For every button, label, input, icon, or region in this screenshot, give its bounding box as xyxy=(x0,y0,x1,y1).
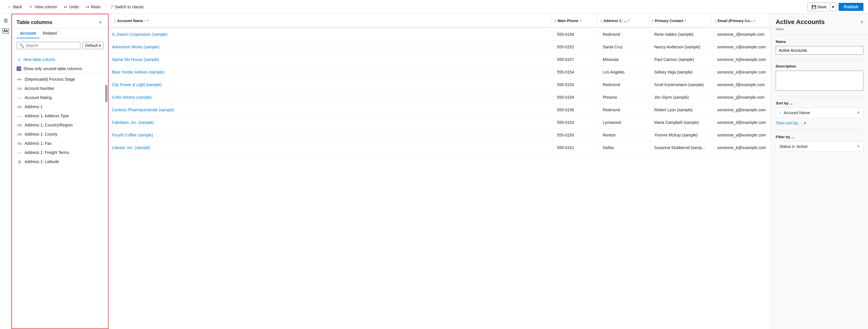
name-input[interactable] xyxy=(776,46,863,55)
list-item[interactable]: — Account Rating xyxy=(12,93,108,102)
scroll-indicator xyxy=(105,85,107,102)
redo-button[interactable]: ↪ Redo xyxy=(83,3,103,11)
col-sep-icon: | xyxy=(715,19,716,23)
account-cell[interactable]: Contoso Pharmaceuticals (sample) xyxy=(108,105,554,115)
search-input[interactable] xyxy=(26,43,78,48)
plus-icon: ＋ xyxy=(29,4,33,9)
filter-item: Status is 'Active' × xyxy=(776,141,863,152)
contact-cell: Susanna Stubberod (samp... xyxy=(651,142,714,153)
then-sort-button[interactable]: Then sort by ... ▾ xyxy=(776,121,806,125)
col-header-label: Email (Primary Co... xyxy=(718,19,753,23)
default-dropdown[interactable]: Default ▾ xyxy=(83,42,103,49)
column-header[interactable]: | Address 1: ... ▾ xyxy=(597,14,649,27)
toolbar-right: 💾 Save ▾ Publish xyxy=(807,2,863,11)
panel-title: Table columns xyxy=(17,20,52,25)
phone-cell: 555-0151 xyxy=(554,142,599,153)
col-label: Account Number xyxy=(25,86,54,91)
column-header[interactable]: | Email (Primary Co... ▾ xyxy=(711,14,769,27)
contact-cell: Paul Cannon (sample) xyxy=(651,54,714,65)
sort-remove-button[interactable]: × xyxy=(857,110,860,115)
table-row[interactable]: Coho Winery (sample) 555-0159 Phoenix Ji… xyxy=(108,91,771,104)
props-name-section: Name xyxy=(771,35,868,59)
list-item[interactable]: — Address 1: Freight Terms xyxy=(12,148,108,157)
hamburger-icon: ☰ xyxy=(4,18,8,24)
account-cell[interactable]: Fabrikam, Inc. (sample) xyxy=(108,117,554,128)
table-row[interactable]: Adventure Works (sample) 555-0152 Santa … xyxy=(108,40,771,53)
contact-cell: Scott Konersmann (sample) xyxy=(651,80,714,90)
list-item[interactable]: Ab Address 1: Country/Region xyxy=(12,120,108,130)
back-button[interactable]: ← Back xyxy=(5,3,25,11)
list-item[interactable]: Ab Address 1 xyxy=(12,102,108,111)
list-item[interactable]: ≡≡ (Deprecated) Process Stage xyxy=(12,75,108,84)
phone-cell: 555-0155 xyxy=(554,80,599,90)
view-column-button[interactable]: ＋ View column xyxy=(26,3,60,11)
account-cell[interactable]: Alpine Ski House (sample) xyxy=(108,54,554,65)
panel-close-button[interactable]: × xyxy=(97,19,103,26)
panel-search: 🔍 xyxy=(17,42,80,49)
account-cell[interactable]: A. Datum Corporation (sample) xyxy=(108,29,554,39)
list-item[interactable]: Ab Address 1: County xyxy=(12,130,108,139)
name-label: Name xyxy=(776,39,863,44)
contact-cell: Rene Valdes (sample) xyxy=(651,29,714,39)
col-type-icon: Ab xyxy=(17,132,22,136)
account-cell[interactable]: Adventure Works (sample) xyxy=(108,42,554,52)
table-row[interactable]: A. Datum Corporation (sample) 555-0158 R… xyxy=(108,28,771,40)
list-item[interactable]: Ab Account Number xyxy=(12,84,108,93)
col-header-label: Primary Contact xyxy=(655,19,683,23)
unused-toggle[interactable]: Show only unused table columns xyxy=(17,66,103,71)
text-field-icon-button[interactable]: Ab xyxy=(1,26,10,35)
table-row[interactable]: Fabrikam, Inc. (sample) 555-0153 Lynnwoo… xyxy=(108,116,771,129)
save-dropdown-button[interactable]: ▾ xyxy=(830,3,836,11)
account-cell[interactable]: Fourth Coffee (sample) xyxy=(108,130,554,140)
email-cell: someone_h@example.com xyxy=(714,54,771,65)
address-cell: Dallas xyxy=(599,142,651,153)
account-cell[interactable]: Blue Yonder Airlines (sample) xyxy=(108,67,554,77)
then-sort-label: Then sort by ... xyxy=(776,121,802,125)
col-sep-icon: | xyxy=(555,19,556,23)
sort-item: ↑ Account Name × xyxy=(776,108,863,118)
contact-cell: Nancy Anderson (sample) xyxy=(651,42,714,52)
publish-button[interactable]: Publish xyxy=(839,3,863,11)
sort-field: Account Name xyxy=(784,110,810,115)
props-close-button[interactable]: × xyxy=(860,19,863,25)
col-header-label: Address 1: ... xyxy=(603,19,627,23)
properties-panel: Active Accounts × View Name Description … xyxy=(771,14,868,329)
account-cell[interactable]: City Power & Light (sample) xyxy=(108,80,554,90)
filter-value: Status is 'Active' xyxy=(779,144,808,149)
hamburger-button[interactable]: ☰ xyxy=(1,16,10,25)
column-header[interactable]: | Account Name ↑ ▾ xyxy=(111,14,551,27)
table-row[interactable]: Contoso Pharmaceuticals (sample) 555-015… xyxy=(108,104,771,116)
unused-checkbox xyxy=(17,66,21,71)
grid-body: A. Datum Corporation (sample) 555-0158 R… xyxy=(108,28,771,329)
tab-related[interactable]: Related xyxy=(39,29,60,38)
undo-label: Undo xyxy=(69,5,79,9)
description-textarea[interactable] xyxy=(776,71,863,91)
switch-classic-button[interactable]: ⤴ Switch to classic xyxy=(108,3,147,11)
table-row[interactable]: Blue Yonder Airlines (sample) 555-0154 L… xyxy=(108,66,771,78)
new-column-label: New table column xyxy=(24,57,55,62)
account-cell[interactable]: Coho Winery (sample) xyxy=(108,92,554,103)
col-header-label: Account Name xyxy=(117,19,143,23)
view-column-label: View column xyxy=(35,5,57,9)
col-label: Address 1: Fax xyxy=(25,141,52,146)
tab-account[interactable]: Account xyxy=(17,29,39,38)
column-header[interactable]: | Primary Contact ▾ xyxy=(649,14,711,27)
save-button[interactable]: 💾 Save xyxy=(808,3,830,11)
list-item[interactable]: — Address 1: Address Type xyxy=(12,111,108,120)
phone-cell: 555-0153 xyxy=(554,117,599,128)
table-row[interactable]: City Power & Light (sample) 555-0155 Red… xyxy=(108,78,771,91)
column-header[interactable]: | Main Phone ▾ xyxy=(551,14,597,27)
phone-cell: 555-0152 xyxy=(554,42,599,52)
list-item[interactable]: Ab Address 1: Fax xyxy=(12,139,108,148)
switch-icon: ⤴ xyxy=(111,5,113,9)
dropdown-icon: ▾ xyxy=(99,43,101,48)
filter-remove-button[interactable]: × xyxy=(857,144,860,149)
new-column-button[interactable]: ＋ New table column xyxy=(17,55,55,64)
table-row[interactable]: Alpine Ski House (sample) 555-0157 Misso… xyxy=(108,53,771,66)
account-cell[interactable]: Litware, Inc. (sample) xyxy=(108,142,554,153)
sort-label: Sort by ... xyxy=(776,101,863,105)
list-item[interactable]: ⊞ Address 1: Latitude xyxy=(12,157,108,166)
undo-button[interactable]: ↩ Undo xyxy=(61,3,82,11)
table-row[interactable]: Fourth Coffee (sample) 555-0150 Renton Y… xyxy=(108,129,771,141)
table-row[interactable]: Litware, Inc. (sample) 555-0151 Dallas S… xyxy=(108,141,771,154)
